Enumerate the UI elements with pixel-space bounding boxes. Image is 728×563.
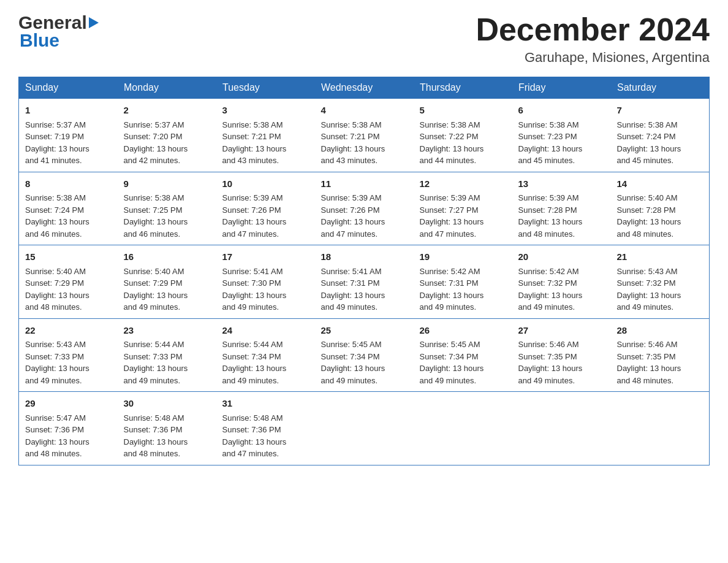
day-info: Sunrise: 5:46 AMSunset: 7:35 PMDaylight:… [617, 339, 703, 386]
header-wednesday: Wednesday [315, 77, 414, 99]
day-number: 12 [420, 177, 506, 191]
day-cell-24: 24 Sunrise: 5:44 AMSunset: 7:34 PMDaylig… [216, 318, 315, 392]
location-subtitle: Garuhape, Misiones, Argentina [476, 50, 710, 66]
day-info: Sunrise: 5:43 AMSunset: 7:33 PMDaylight:… [25, 339, 112, 386]
day-number: 5 [420, 104, 506, 118]
title-area: December 2024 Garuhape, Misiones, Argent… [476, 12, 710, 66]
day-info: Sunrise: 5:40 AMSunset: 7:29 PMDaylight:… [25, 266, 112, 313]
week-row-5: 29 Sunrise: 5:47 AMSunset: 7:36 PMDaylig… [19, 392, 710, 465]
day-cell-20: 20 Sunrise: 5:42 AMSunset: 7:32 PMDaylig… [512, 245, 611, 319]
day-cell-1: 1 Sunrise: 5:37 AMSunset: 7:19 PMDayligh… [19, 99, 118, 172]
empty-cell-4-5 [512, 392, 611, 465]
day-info: Sunrise: 5:47 AMSunset: 7:36 PMDaylight:… [25, 412, 112, 460]
day-cell-13: 13 Sunrise: 5:39 AMSunset: 7:28 PMDaylig… [512, 172, 611, 245]
day-info: Sunrise: 5:48 AMSunset: 7:36 PMDaylight:… [124, 412, 210, 460]
day-info: Sunrise: 5:40 AMSunset: 7:29 PMDaylight:… [124, 266, 210, 313]
day-number: 20 [518, 250, 605, 264]
header-thursday: Thursday [414, 77, 512, 99]
empty-cell-4-4 [414, 392, 512, 465]
day-number: 31 [222, 397, 309, 411]
day-number: 10 [222, 177, 309, 191]
day-cell-31: 31 Sunrise: 5:48 AMSunset: 7:36 PMDaylig… [216, 392, 315, 465]
day-info: Sunrise: 5:45 AMSunset: 7:34 PMDaylight:… [321, 339, 408, 386]
day-number: 26 [420, 324, 506, 338]
week-row-1: 1 Sunrise: 5:37 AMSunset: 7:19 PMDayligh… [19, 99, 710, 172]
day-info: Sunrise: 5:40 AMSunset: 7:28 PMDaylight:… [617, 192, 703, 240]
day-info: Sunrise: 5:39 AMSunset: 7:26 PMDaylight:… [222, 192, 309, 240]
day-number: 15 [25, 250, 112, 264]
day-info: Sunrise: 5:41 AMSunset: 7:30 PMDaylight:… [222, 266, 309, 313]
day-number: 2 [124, 104, 210, 118]
day-cell-14: 14 Sunrise: 5:40 AMSunset: 7:28 PMDaylig… [611, 172, 710, 245]
day-info: Sunrise: 5:38 AMSunset: 7:23 PMDaylight:… [518, 119, 605, 167]
day-info: Sunrise: 5:37 AMSunset: 7:20 PMDaylight:… [124, 119, 210, 167]
header-sunday: Sunday [19, 77, 118, 99]
day-cell-12: 12 Sunrise: 5:39 AMSunset: 7:27 PMDaylig… [414, 172, 512, 245]
day-cell-23: 23 Sunrise: 5:44 AMSunset: 7:33 PMDaylig… [118, 318, 216, 392]
day-number: 25 [321, 324, 408, 338]
day-cell-7: 7 Sunrise: 5:38 AMSunset: 7:24 PMDayligh… [611, 99, 710, 172]
day-cell-22: 22 Sunrise: 5:43 AMSunset: 7:33 PMDaylig… [19, 318, 118, 392]
day-cell-11: 11 Sunrise: 5:39 AMSunset: 7:26 PMDaylig… [315, 172, 414, 245]
day-info: Sunrise: 5:41 AMSunset: 7:31 PMDaylight:… [321, 266, 408, 313]
day-info: Sunrise: 5:43 AMSunset: 7:32 PMDaylight:… [617, 266, 703, 313]
day-info: Sunrise: 5:38 AMSunset: 7:22 PMDaylight:… [420, 119, 506, 167]
day-cell-30: 30 Sunrise: 5:48 AMSunset: 7:36 PMDaylig… [118, 392, 216, 465]
day-cell-18: 18 Sunrise: 5:41 AMSunset: 7:31 PMDaylig… [315, 245, 414, 319]
day-number: 11 [321, 177, 408, 191]
logo-arrow-icon [89, 17, 99, 28]
day-cell-9: 9 Sunrise: 5:38 AMSunset: 7:25 PMDayligh… [118, 172, 216, 245]
day-cell-15: 15 Sunrise: 5:40 AMSunset: 7:29 PMDaylig… [19, 245, 118, 319]
day-number: 3 [222, 104, 309, 118]
day-number: 28 [617, 324, 703, 338]
day-info: Sunrise: 5:39 AMSunset: 7:26 PMDaylight:… [321, 192, 408, 240]
day-cell-17: 17 Sunrise: 5:41 AMSunset: 7:30 PMDaylig… [216, 245, 315, 319]
day-number: 18 [321, 250, 408, 264]
logo: General Blue [18, 12, 99, 50]
day-info: Sunrise: 5:37 AMSunset: 7:19 PMDaylight:… [25, 119, 112, 167]
day-info: Sunrise: 5:38 AMSunset: 7:25 PMDaylight:… [124, 192, 210, 240]
page-header: General Blue December 2024 Garuhape, Mis… [18, 12, 710, 66]
day-cell-6: 6 Sunrise: 5:38 AMSunset: 7:23 PMDayligh… [512, 99, 611, 172]
day-number: 29 [25, 397, 112, 411]
day-info: Sunrise: 5:39 AMSunset: 7:28 PMDaylight:… [518, 192, 605, 240]
day-cell-2: 2 Sunrise: 5:37 AMSunset: 7:20 PMDayligh… [118, 99, 216, 172]
day-cell-25: 25 Sunrise: 5:45 AMSunset: 7:34 PMDaylig… [315, 318, 414, 392]
day-info: Sunrise: 5:44 AMSunset: 7:33 PMDaylight:… [124, 339, 210, 386]
day-info: Sunrise: 5:46 AMSunset: 7:35 PMDaylight:… [518, 339, 605, 386]
day-cell-19: 19 Sunrise: 5:42 AMSunset: 7:31 PMDaylig… [414, 245, 512, 319]
day-cell-5: 5 Sunrise: 5:38 AMSunset: 7:22 PMDayligh… [414, 99, 512, 172]
day-number: 16 [124, 250, 210, 264]
calendar-header-row: SundayMondayTuesdayWednesdayThursdayFrid… [19, 77, 710, 99]
day-number: 30 [124, 397, 210, 411]
header-tuesday: Tuesday [216, 77, 315, 99]
week-row-2: 8 Sunrise: 5:38 AMSunset: 7:24 PMDayligh… [19, 172, 710, 245]
day-number: 9 [124, 177, 210, 191]
day-info: Sunrise: 5:44 AMSunset: 7:34 PMDaylight:… [222, 339, 309, 386]
calendar-table: SundayMondayTuesdayWednesdayThursdayFrid… [18, 77, 710, 465]
day-cell-26: 26 Sunrise: 5:45 AMSunset: 7:34 PMDaylig… [414, 318, 512, 392]
day-number: 1 [25, 104, 112, 118]
empty-cell-4-6 [611, 392, 710, 465]
day-info: Sunrise: 5:42 AMSunset: 7:31 PMDaylight:… [420, 266, 506, 313]
day-number: 22 [25, 324, 112, 338]
day-info: Sunrise: 5:38 AMSunset: 7:24 PMDaylight:… [617, 119, 703, 167]
header-friday: Friday [512, 77, 611, 99]
day-number: 23 [124, 324, 210, 338]
day-number: 27 [518, 324, 605, 338]
day-number: 21 [617, 250, 703, 264]
day-info: Sunrise: 5:42 AMSunset: 7:32 PMDaylight:… [518, 266, 605, 313]
header-saturday: Saturday [611, 77, 710, 99]
day-info: Sunrise: 5:45 AMSunset: 7:34 PMDaylight:… [420, 339, 506, 386]
week-row-3: 15 Sunrise: 5:40 AMSunset: 7:29 PMDaylig… [19, 245, 710, 319]
day-info: Sunrise: 5:39 AMSunset: 7:27 PMDaylight:… [420, 192, 506, 240]
day-info: Sunrise: 5:48 AMSunset: 7:36 PMDaylight:… [222, 412, 309, 460]
day-cell-4: 4 Sunrise: 5:38 AMSunset: 7:21 PMDayligh… [315, 99, 414, 172]
main-title: December 2024 [476, 12, 710, 47]
day-number: 14 [617, 177, 703, 191]
day-cell-16: 16 Sunrise: 5:40 AMSunset: 7:29 PMDaylig… [118, 245, 216, 319]
day-cell-27: 27 Sunrise: 5:46 AMSunset: 7:35 PMDaylig… [512, 318, 611, 392]
day-number: 8 [25, 177, 112, 191]
day-number: 24 [222, 324, 309, 338]
day-number: 13 [518, 177, 605, 191]
